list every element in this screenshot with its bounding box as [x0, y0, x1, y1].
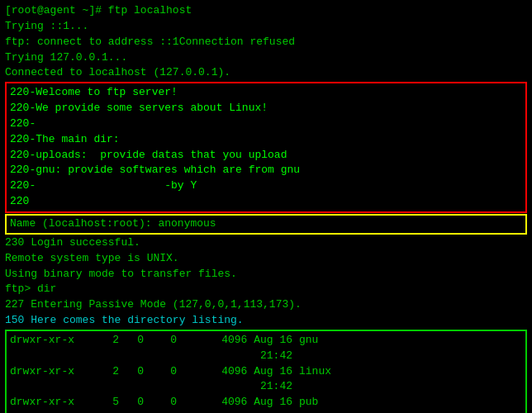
dir-links-linux: 2	[101, 364, 126, 396]
passive-line: 227 Entering Passive Mode (127,0,0,1,113…	[5, 297, 527, 313]
dir-perms-gnu: drwxr-xr-x	[10, 333, 101, 364]
welcome-line-6: 220- -by Y	[10, 178, 522, 194]
login-success-line: 230 Login successful.	[5, 235, 527, 251]
ftp-dir-line: ftp> dir	[5, 282, 527, 297]
binary-mode-line: Using binary mode to transfer files.	[5, 267, 527, 282]
dir-links-pub: 5	[101, 395, 126, 413]
welcome-line-4: 220-uploads: provide datas that you uplo…	[10, 148, 522, 164]
dir-name-gnu: gnu	[299, 333, 522, 364]
remote-system-line: Remote system type is UNIX.	[5, 251, 527, 267]
welcome-line-7: 220	[10, 194, 522, 210]
dir-uid-linux: 0	[126, 364, 150, 396]
dir-gid-gnu: 0	[150, 333, 183, 364]
dir-name-linux: linux	[299, 364, 522, 396]
dir-name-pub: pub	[299, 395, 522, 413]
welcome-line-5: 220-gnu: provide softwares which are fro…	[10, 163, 522, 178]
dir-perms-pub: drwxr-xr-x	[10, 395, 101, 413]
dir-size-date-gnu: 4096 Aug 16 21:42	[183, 333, 299, 364]
welcome-line-2: 220-	[10, 116, 522, 132]
dir-entry-gnu: drwxr-xr-x 2 0 0 4096 Aug 16 21:42 gnu	[10, 333, 522, 364]
dir-uid-pub: 0	[126, 395, 150, 413]
name-line: Name (localhost:root): anonymous	[10, 217, 216, 230]
welcome-line-0: 220-Welcome to ftp server!	[10, 85, 522, 101]
welcome-line-3: 220-The main dir:	[10, 132, 522, 148]
dir-perms-linux: drwxr-xr-x	[10, 364, 101, 396]
dir-size-date-linux: 4096 Aug 16 21:42	[183, 364, 299, 396]
trying1-line: Trying ::1...	[5, 19, 527, 35]
trying2-line: Trying 127.0.0.1...	[5, 50, 527, 66]
dir-uid-gnu: 0	[126, 333, 150, 364]
welcome-line-1: 220-We provide some servers about Linux!	[10, 101, 522, 116]
dir-listing-box: drwxr-xr-x 2 0 0 4096 Aug 16 21:42 gnu d…	[5, 330, 527, 413]
connected-line: Connected to localhost (127.0.0.1).	[5, 65, 527, 81]
dir-links-gnu: 2	[101, 333, 126, 364]
dir-entry-linux: drwxr-xr-x 2 0 0 4096 Aug 16 21:42 linux	[10, 364, 522, 396]
prompt-line: [root@agent ~]# ftp localhost	[5, 3, 527, 19]
dir-gid-linux: 0	[150, 364, 183, 396]
ftp-error-line: ftp: connect to address ::1Connection re…	[5, 35, 527, 50]
dir-entry-pub: drwxr-xr-x 5 0 0 4096 Aug 16 17:46 pub	[10, 395, 522, 413]
dir-listing-line: 150 Here comes the directory listing.	[5, 313, 527, 329]
dir-gid-pub: 0	[150, 395, 183, 413]
terminal: [root@agent ~]# ftp localhost Trying ::1…	[0, 0, 532, 413]
welcome-box: 220-Welcome to ftp server! 220-We provid…	[5, 82, 527, 213]
dir-size-date-pub: 4096 Aug 16 17:46	[183, 395, 299, 413]
